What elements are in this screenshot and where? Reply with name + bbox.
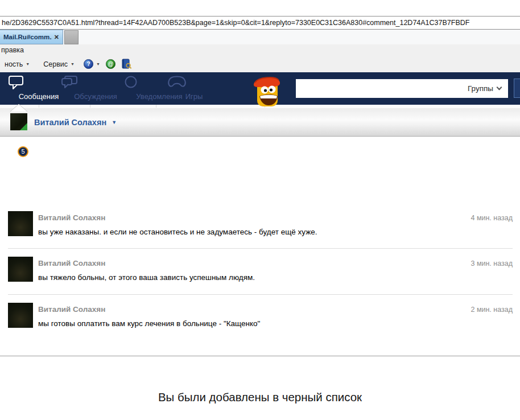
- message-author-name[interactable]: Виталий Солахян: [38, 303, 105, 314]
- search-submit-button[interactable]: [514, 79, 520, 98]
- section-divider: [0, 356, 520, 356]
- gamepad-icon: [167, 75, 187, 89]
- user-avatar[interactable]: [10, 113, 27, 130]
- messages-count-badge: 5: [18, 146, 28, 157]
- at-sign-icon: @: [106, 59, 115, 69]
- navbar-search-box: Группы: [296, 79, 508, 98]
- address-bar[interactable]: he/2D3629C5537C0A51.html?thread=14F42AAD…: [0, 16, 520, 30]
- thread-user-bar: Виталий Солахян ▼: [0, 108, 520, 137]
- toolbar-service-label: Сервис: [43, 60, 68, 68]
- tab-strip: Mail.Ru#comm... ✕: [0, 30, 520, 44]
- active-tab-pointer-icon: [10, 104, 27, 112]
- message-timestamp: 4 мин. назад: [471, 214, 513, 222]
- search-scope-selector[interactable]: Группы: [468, 79, 501, 98]
- strip-separator: [156, 105, 156, 108]
- chat-bubble-icon: [8, 75, 25, 90]
- notification-circle-icon: [124, 75, 138, 89]
- message-timestamp: 2 мин. назад: [471, 306, 513, 314]
- browser-window: he/2D3629C5537C0A51.html?thread=14F42AAD…: [0, 0, 520, 420]
- toolbar: ность ▼ Сервис ▼ ? ▼ @: [0, 56, 520, 72]
- menu-bar: правка: [0, 44, 520, 56]
- message-text: вы уже наказаны. и если не остановитесь …: [38, 228, 513, 236]
- toolbar-service-menu[interactable]: Сервис ▼: [40, 59, 78, 70]
- message-author-name[interactable]: Виталий Солахян: [38, 257, 105, 267]
- strip-separator: [39, 105, 39, 108]
- message-list: Виталий Солахян 4 мин. назад вы уже нака…: [8, 209, 513, 339]
- toolbar-safety-menu[interactable]: ность ▼: [1, 59, 33, 70]
- search-scope-label: Группы: [468, 84, 493, 93]
- message-author-name[interactable]: Виталий Солахян: [38, 211, 105, 222]
- message-text: вы тяжело больны, от этого ваша зависть …: [38, 273, 513, 282]
- window-top-space: [0, 0, 520, 16]
- blacklist-notice: Вы были добавлены в черный список: [0, 390, 520, 404]
- nav-item-discussions[interactable]: Обсуждения: [43, 72, 96, 105]
- notebook-search-icon: [121, 59, 132, 69]
- new-tab-button[interactable]: [64, 30, 79, 44]
- menu-edit[interactable]: правка: [1, 46, 24, 54]
- dropdown-arrow-icon: ▼: [71, 62, 75, 66]
- nav-item-messages[interactable]: Сообщения: [0, 72, 39, 105]
- double-chat-bubble-icon: [60, 75, 79, 89]
- address-book-button[interactable]: [121, 59, 132, 69]
- message-timestamp: 3 мин. назад: [471, 260, 513, 267]
- toolbar-safety-label: ность: [5, 60, 23, 68]
- messages-page: Виталий Солахян 4 мин. назад вы уже нака…: [0, 137, 520, 420]
- online-status-icon: [20, 123, 27, 130]
- art-school-mascot-icon[interactable]: [250, 72, 283, 109]
- tab-close-icon[interactable]: ✕: [54, 34, 59, 41]
- dropdown-arrow-icon: ▼: [96, 62, 100, 66]
- message-text: мы готовы оплатить вам курс лечения в бо…: [38, 319, 513, 328]
- nav-label-games: Игры: [177, 92, 211, 101]
- strip-separator: [90, 105, 90, 108]
- tab-mailru[interactable]: Mail.Ru#comm... ✕: [0, 30, 63, 44]
- nav-item-notifications[interactable]: Уведомления: [102, 72, 159, 105]
- user-name-dropdown[interactable]: Виталий Солахян ▼: [34, 108, 117, 137]
- tab-title: Mail.Ru#comm...: [3, 34, 52, 40]
- message-author-avatar[interactable]: [8, 257, 33, 282]
- help-icon: ?: [84, 59, 93, 69]
- message-author-avatar[interactable]: [8, 211, 33, 236]
- user-name: Виталий Солахян: [34, 118, 106, 127]
- chevron-down-icon: [497, 85, 502, 90]
- mail-agent-button[interactable]: @: [106, 59, 115, 69]
- message-author-avatar[interactable]: [8, 303, 33, 328]
- nav-item-games[interactable]: Игры: [160, 72, 194, 105]
- message-row[interactable]: Виталий Солахян 4 мин. назад вы уже нака…: [8, 209, 513, 249]
- help-menu-button[interactable]: ? ▼: [84, 59, 100, 69]
- dropdown-arrow-icon: ▼: [112, 120, 117, 125]
- dropdown-arrow-icon: ▼: [26, 62, 30, 66]
- message-row[interactable]: Виталий Солахян 2 мин. назад мы готовы о…: [8, 295, 513, 339]
- message-row[interactable]: Виталий Солахян 3 мин. назад вы тяжело б…: [8, 249, 513, 295]
